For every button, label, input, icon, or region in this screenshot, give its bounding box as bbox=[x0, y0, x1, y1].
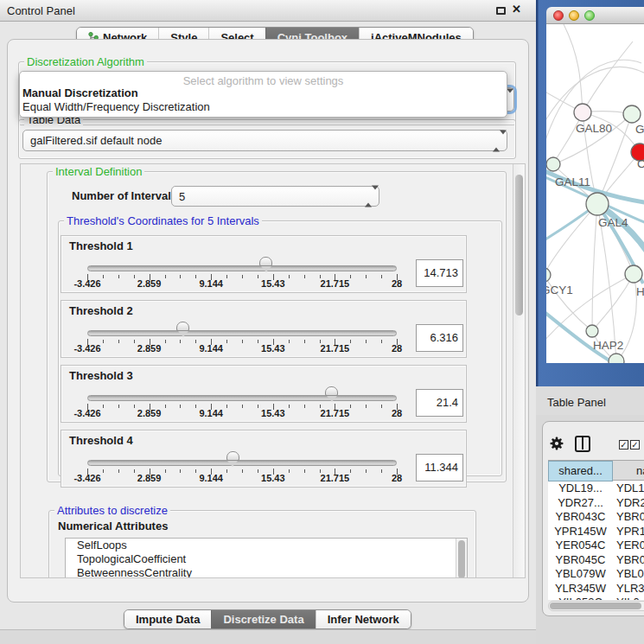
cell-shared-name[interactable]: YBR045C bbox=[548, 553, 613, 568]
network-node-label: GAL80 bbox=[576, 122, 612, 135]
close-traffic-light-icon[interactable] bbox=[553, 10, 564, 21]
slider-minor-tick bbox=[103, 405, 104, 408]
network-node[interactable] bbox=[546, 157, 560, 171]
network-edge[interactable] bbox=[564, 24, 583, 112]
network-node[interactable] bbox=[586, 193, 609, 215]
dropdown-item-equal-width-frequency[interactable]: Equal Width/Frequency Discretization bbox=[20, 100, 507, 114]
table-row[interactable]: YBR043CYBR0 bbox=[548, 510, 644, 525]
settings-scrollbar[interactable] bbox=[513, 164, 525, 577]
cell-name[interactable]: YPR1 bbox=[616, 525, 644, 539]
network-node[interactable] bbox=[586, 325, 598, 337]
number-of-intervals-combobox[interactable]: 5 bbox=[171, 186, 379, 207]
tab-impute-data[interactable]: Impute Data bbox=[124, 610, 211, 628]
slider-minor-tick bbox=[350, 340, 351, 343]
cell-shared-name[interactable]: YDL19... bbox=[548, 481, 613, 496]
threshold-box: Threshold 1-3.4262.8599.14415.4321.71528… bbox=[61, 235, 467, 293]
numerical-attributes-list: SelfLoopsTopologicalCoefficientBetweenne… bbox=[65, 538, 468, 578]
dropdown-placeholder-item[interactable]: Select algorithm to view settings bbox=[20, 72, 507, 86]
slider-minor-tick bbox=[381, 469, 382, 473]
network-edge[interactable] bbox=[546, 204, 597, 275]
cell-shared-name[interactable]: YBR043C bbox=[548, 510, 613, 525]
network-window-titlebar bbox=[546, 7, 644, 24]
slider-thumb[interactable] bbox=[226, 451, 239, 461]
slider-thumb[interactable] bbox=[176, 322, 189, 331]
table-row[interactable]: YER054CYER0 bbox=[548, 539, 644, 553]
close-window-icon[interactable]: ✕ bbox=[512, 3, 521, 16]
network-node-label: GAL4 bbox=[598, 216, 628, 229]
table-horizontal-scrollbar[interactable] bbox=[548, 601, 644, 611]
attribute-list-item[interactable]: SelfLoops bbox=[66, 539, 467, 552]
cell-shared-name[interactable]: YBL079W bbox=[548, 567, 613, 582]
slider-track[interactable] bbox=[87, 460, 397, 466]
network-node[interactable] bbox=[574, 104, 591, 121]
slider-minor-tick bbox=[134, 469, 135, 473]
checkbox-icon-2[interactable]: ✓ bbox=[630, 440, 640, 450]
number-of-intervals-label: Number of Intervals bbox=[72, 189, 177, 202]
network-node[interactable] bbox=[625, 265, 642, 283]
slider-minor-tick bbox=[242, 275, 243, 278]
network-edge[interactable] bbox=[583, 41, 633, 112]
threshold-label: Threshold 1 bbox=[69, 239, 133, 252]
network-node[interactable] bbox=[546, 268, 551, 282]
threshold-value-field[interactable]: 14.713 bbox=[416, 259, 463, 287]
table-row[interactable]: YBR045CYBR0 bbox=[548, 553, 644, 568]
cell-shared-name[interactable]: YPR145W bbox=[548, 525, 613, 539]
threshold-value-field[interactable]: 21.4 bbox=[416, 389, 463, 417]
cell-shared-name[interactable]: YDR27... bbox=[548, 496, 613, 511]
window-title: Control Panel bbox=[7, 4, 75, 17]
column-header-shared[interactable]: shared... bbox=[548, 461, 613, 481]
threshold-box: Threshold 3-3.4262.8599.14415.4321.71528… bbox=[61, 365, 467, 423]
cell-name[interactable]: YDL1 bbox=[616, 481, 644, 496]
cell-shared-name[interactable]: YIL052C bbox=[548, 596, 613, 600]
threshold-value-field[interactable]: 11.344 bbox=[416, 454, 463, 481]
thresholds-group: Threshold's Coordinates for 5 Intervals … bbox=[58, 220, 502, 476]
cell-name[interactable]: YLR3 bbox=[616, 582, 644, 596]
threshold-value-field[interactable]: 6.316 bbox=[416, 324, 463, 352]
cell-shared-name[interactable]: YLR345W bbox=[548, 582, 613, 596]
attribute-list-item[interactable]: BetweennessCentrality bbox=[66, 566, 467, 578]
cell-name[interactable]: YBR0 bbox=[616, 553, 644, 568]
table-row[interactable]: YLR345WYLR3 bbox=[548, 582, 644, 596]
slider-track[interactable] bbox=[87, 395, 397, 401]
cell-shared-name[interactable]: YER054C bbox=[548, 539, 613, 553]
slider-minor-tick bbox=[134, 405, 135, 408]
attributes-scrollbar[interactable] bbox=[456, 539, 467, 578]
slider-track[interactable] bbox=[87, 330, 397, 336]
attributes-scrollbar-thumb[interactable] bbox=[458, 540, 465, 578]
table-row[interactable]: YDL19...YDL1 bbox=[548, 481, 644, 496]
network-canvas[interactable]: GAL80GACGAL11GAL4GCY1HHAP2 bbox=[546, 24, 644, 363]
slider-track[interactable] bbox=[87, 265, 397, 271]
column-header-name[interactable]: na bbox=[636, 461, 644, 481]
cell-name[interactable]: YBL0 bbox=[616, 567, 644, 582]
settings-scrollbar-thumb[interactable] bbox=[515, 175, 523, 316]
network-edge[interactable] bbox=[592, 204, 597, 331]
table-row[interactable]: YPR145WYPR1 bbox=[548, 525, 644, 539]
attribute-list-item[interactable]: TopologicalCoefficient bbox=[66, 552, 467, 566]
tab-infer-network[interactable]: Infer Network bbox=[316, 610, 411, 628]
network-node[interactable] bbox=[623, 105, 641, 123]
table-panel-titlebar: Table Panel bbox=[536, 386, 644, 415]
table-row[interactable]: YBL079WYBL0 bbox=[548, 567, 644, 582]
network-edge[interactable] bbox=[592, 274, 634, 331]
checkbox-icon-1[interactable]: ✓ bbox=[619, 440, 628, 450]
cell-name[interactable]: YER0 bbox=[616, 539, 644, 553]
numerical-attributes-label: Numerical Attributes bbox=[58, 520, 168, 532]
zoom-traffic-light-icon[interactable] bbox=[584, 10, 595, 21]
table-horizontal-scrollbar-thumb[interactable] bbox=[550, 603, 641, 609]
network-node-label: GA bbox=[635, 123, 644, 136]
cell-name[interactable]: YBR0 bbox=[616, 510, 644, 525]
tab-discretize-data[interactable]: Discretize Data bbox=[211, 610, 315, 628]
minimize-traffic-light-icon[interactable] bbox=[569, 10, 579, 21]
dropdown-item-manual-discretization[interactable]: Manual Discretization bbox=[20, 86, 507, 100]
split-columns-icon[interactable] bbox=[575, 436, 590, 452]
table-row[interactable]: YIL052CYIL0 bbox=[548, 596, 644, 600]
slider-thumb[interactable] bbox=[259, 257, 272, 266]
slider-tick-label: 15.43 bbox=[261, 473, 285, 483]
cell-name[interactable]: YDR2 bbox=[616, 496, 644, 511]
cell-name[interactable]: YIL0 bbox=[616, 596, 640, 600]
slider-thumb[interactable] bbox=[325, 386, 338, 396]
table-data-combobox[interactable]: galFiltered.sif default node bbox=[22, 130, 507, 151]
gear-icon[interactable] bbox=[550, 437, 564, 450]
float-window-icon[interactable] bbox=[496, 7, 506, 15]
table-row[interactable]: YDR27...YDR2 bbox=[548, 496, 644, 511]
